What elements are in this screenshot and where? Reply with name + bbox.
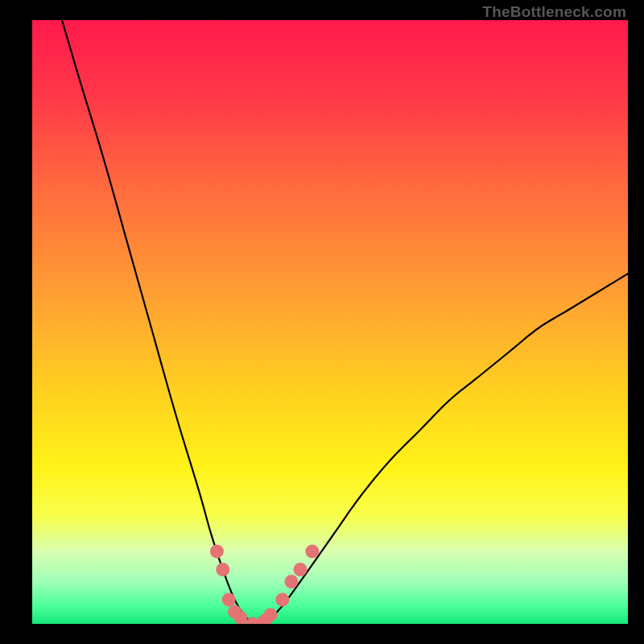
- marker-dot: [264, 608, 278, 621]
- marker-dot: [284, 575, 298, 588]
- curve-layer: [32, 20, 628, 624]
- marker-dot: [305, 545, 319, 559]
- chart-frame: TheBottleneck.com: [0, 0, 644, 644]
- optimal-markers: [210, 545, 319, 625]
- marker-dot: [294, 563, 308, 576]
- marker-dot: [222, 593, 236, 607]
- watermark-text: TheBottleneck.com: [482, 3, 626, 21]
- plot-area: [32, 20, 628, 624]
- marker-dot: [216, 563, 229, 576]
- marker-dot: [275, 593, 289, 607]
- marker-dot: [210, 545, 224, 559]
- bottleneck-curve: [62, 20, 628, 624]
